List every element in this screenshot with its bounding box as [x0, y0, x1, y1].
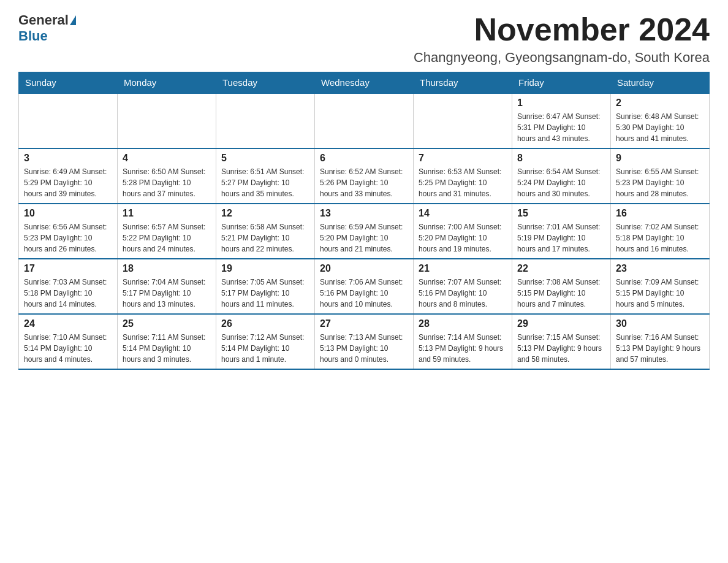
day-number: 14	[419, 208, 507, 219]
day-info: Sunrise: 7:14 AM Sunset: 5:13 PM Dayligh…	[419, 332, 507, 365]
calendar-week-5: 24Sunrise: 7:10 AM Sunset: 5:14 PM Dayli…	[19, 314, 710, 369]
day-number: 9	[616, 153, 704, 164]
day-number: 15	[517, 208, 605, 219]
page-header: General Blue November 2024 Changnyeong, …	[18, 12, 710, 66]
day-number: 7	[419, 153, 507, 164]
day-info: Sunrise: 6:48 AM Sunset: 5:30 PM Dayligh…	[616, 111, 704, 144]
day-info: Sunrise: 6:49 AM Sunset: 5:29 PM Dayligh…	[24, 166, 112, 199]
day-number: 24	[24, 318, 112, 329]
day-info: Sunrise: 6:51 AM Sunset: 5:27 PM Dayligh…	[221, 166, 309, 199]
title-block: November 2024 Changnyeong, Gyeongsangnam…	[414, 12, 710, 66]
day-info: Sunrise: 7:00 AM Sunset: 5:20 PM Dayligh…	[419, 221, 507, 255]
day-number: 4	[123, 153, 211, 164]
day-info: Sunrise: 7:08 AM Sunset: 5:15 PM Dayligh…	[517, 277, 605, 310]
day-info: Sunrise: 6:52 AM Sunset: 5:26 PM Dayligh…	[320, 166, 408, 199]
calendar-day: 4Sunrise: 6:50 AM Sunset: 5:28 PM Daylig…	[118, 148, 216, 204]
calendar-day: 9Sunrise: 6:55 AM Sunset: 5:23 PM Daylig…	[611, 148, 710, 204]
day-number: 26	[221, 318, 309, 329]
day-info: Sunrise: 7:11 AM Sunset: 5:14 PM Dayligh…	[123, 332, 211, 365]
day-number: 8	[517, 153, 605, 164]
calendar-day: 10Sunrise: 6:56 AM Sunset: 5:23 PM Dayli…	[19, 204, 118, 259]
day-number: 2	[616, 98, 704, 109]
calendar-day	[414, 93, 512, 148]
calendar-day	[19, 93, 118, 148]
day-info: Sunrise: 7:16 AM Sunset: 5:13 PM Dayligh…	[616, 332, 704, 365]
logo-blue-text: Blue	[18, 28, 48, 44]
calendar-day: 7Sunrise: 6:53 AM Sunset: 5:25 PM Daylig…	[414, 148, 512, 204]
calendar-day: 22Sunrise: 7:08 AM Sunset: 5:15 PM Dayli…	[512, 259, 611, 314]
day-info: Sunrise: 6:47 AM Sunset: 5:31 PM Dayligh…	[517, 111, 605, 144]
calendar-day: 12Sunrise: 6:58 AM Sunset: 5:21 PM Dayli…	[216, 204, 315, 259]
calendar-day: 2Sunrise: 6:48 AM Sunset: 5:30 PM Daylig…	[611, 93, 710, 148]
day-info: Sunrise: 7:12 AM Sunset: 5:14 PM Dayligh…	[221, 332, 309, 365]
calendar-day	[216, 93, 315, 148]
calendar-day: 5Sunrise: 6:51 AM Sunset: 5:27 PM Daylig…	[216, 148, 315, 204]
day-number: 25	[123, 318, 211, 329]
calendar-day: 1Sunrise: 6:47 AM Sunset: 5:31 PM Daylig…	[512, 93, 611, 148]
day-number: 19	[221, 263, 309, 274]
calendar-day: 6Sunrise: 6:52 AM Sunset: 5:26 PM Daylig…	[315, 148, 414, 204]
calendar-day: 20Sunrise: 7:06 AM Sunset: 5:16 PM Dayli…	[315, 259, 414, 314]
column-header-sunday: Sunday	[19, 72, 118, 94]
day-number: 16	[616, 208, 704, 219]
day-number: 12	[221, 208, 309, 219]
column-header-monday: Monday	[118, 72, 216, 94]
day-info: Sunrise: 6:50 AM Sunset: 5:28 PM Dayligh…	[123, 166, 211, 199]
day-info: Sunrise: 7:10 AM Sunset: 5:14 PM Dayligh…	[24, 332, 112, 365]
calendar-day: 27Sunrise: 7:13 AM Sunset: 5:13 PM Dayli…	[315, 314, 414, 369]
day-number: 5	[221, 153, 309, 164]
calendar-day: 24Sunrise: 7:10 AM Sunset: 5:14 PM Dayli…	[19, 314, 118, 369]
calendar-day: 18Sunrise: 7:04 AM Sunset: 5:17 PM Dayli…	[118, 259, 216, 314]
day-number: 28	[419, 318, 507, 329]
calendar-day: 15Sunrise: 7:01 AM Sunset: 5:19 PM Dayli…	[512, 204, 611, 259]
day-number: 6	[320, 153, 408, 164]
day-info: Sunrise: 7:09 AM Sunset: 5:15 PM Dayligh…	[616, 277, 704, 310]
day-info: Sunrise: 7:06 AM Sunset: 5:16 PM Dayligh…	[320, 277, 408, 310]
calendar-header-row: SundayMondayTuesdayWednesdayThursdayFrid…	[19, 72, 710, 94]
day-number: 10	[24, 208, 112, 219]
day-info: Sunrise: 7:02 AM Sunset: 5:18 PM Dayligh…	[616, 221, 704, 255]
location-title: Changnyeong, Gyeongsangnam-do, South Kor…	[414, 50, 710, 66]
logo-triangle-icon	[70, 15, 76, 25]
day-info: Sunrise: 6:53 AM Sunset: 5:25 PM Dayligh…	[419, 166, 507, 199]
calendar-day: 14Sunrise: 7:00 AM Sunset: 5:20 PM Dayli…	[414, 204, 512, 259]
day-info: Sunrise: 7:07 AM Sunset: 5:16 PM Dayligh…	[419, 277, 507, 310]
calendar-day: 29Sunrise: 7:15 AM Sunset: 5:13 PM Dayli…	[512, 314, 611, 369]
calendar-week-3: 10Sunrise: 6:56 AM Sunset: 5:23 PM Dayli…	[19, 204, 710, 259]
day-number: 20	[320, 263, 408, 274]
calendar-day: 8Sunrise: 6:54 AM Sunset: 5:24 PM Daylig…	[512, 148, 611, 204]
day-info: Sunrise: 6:57 AM Sunset: 5:22 PM Dayligh…	[123, 221, 211, 255]
day-info: Sunrise: 6:59 AM Sunset: 5:20 PM Dayligh…	[320, 221, 408, 255]
logo-general-text: General	[18, 12, 69, 28]
day-number: 22	[517, 263, 605, 274]
calendar-day: 16Sunrise: 7:02 AM Sunset: 5:18 PM Dayli…	[611, 204, 710, 259]
day-number: 30	[616, 318, 704, 329]
day-info: Sunrise: 6:56 AM Sunset: 5:23 PM Dayligh…	[24, 221, 112, 255]
calendar-day	[315, 93, 414, 148]
calendar-week-4: 17Sunrise: 7:03 AM Sunset: 5:18 PM Dayli…	[19, 259, 710, 314]
calendar-day: 11Sunrise: 6:57 AM Sunset: 5:22 PM Dayli…	[118, 204, 216, 259]
day-number: 18	[123, 263, 211, 274]
day-number: 3	[24, 153, 112, 164]
column-header-wednesday: Wednesday	[315, 72, 414, 94]
day-number: 1	[517, 98, 605, 109]
month-title: November 2024	[414, 12, 710, 47]
calendar-day	[118, 93, 216, 148]
day-number: 11	[123, 208, 211, 219]
day-number: 21	[419, 263, 507, 274]
calendar-day: 13Sunrise: 6:59 AM Sunset: 5:20 PM Dayli…	[315, 204, 414, 259]
calendar-day: 21Sunrise: 7:07 AM Sunset: 5:16 PM Dayli…	[414, 259, 512, 314]
day-info: Sunrise: 6:58 AM Sunset: 5:21 PM Dayligh…	[221, 221, 309, 255]
day-info: Sunrise: 7:15 AM Sunset: 5:13 PM Dayligh…	[517, 332, 605, 365]
day-number: 27	[320, 318, 408, 329]
calendar-day: 23Sunrise: 7:09 AM Sunset: 5:15 PM Dayli…	[611, 259, 710, 314]
calendar-day: 28Sunrise: 7:14 AM Sunset: 5:13 PM Dayli…	[414, 314, 512, 369]
day-info: Sunrise: 7:13 AM Sunset: 5:13 PM Dayligh…	[320, 332, 408, 365]
day-info: Sunrise: 7:03 AM Sunset: 5:18 PM Dayligh…	[24, 277, 112, 310]
day-info: Sunrise: 7:04 AM Sunset: 5:17 PM Dayligh…	[123, 277, 211, 310]
calendar-day: 3Sunrise: 6:49 AM Sunset: 5:29 PM Daylig…	[19, 148, 118, 204]
calendar-week-1: 1Sunrise: 6:47 AM Sunset: 5:31 PM Daylig…	[19, 93, 710, 148]
column-header-friday: Friday	[512, 72, 611, 94]
calendar-day: 26Sunrise: 7:12 AM Sunset: 5:14 PM Dayli…	[216, 314, 315, 369]
day-number: 29	[517, 318, 605, 329]
